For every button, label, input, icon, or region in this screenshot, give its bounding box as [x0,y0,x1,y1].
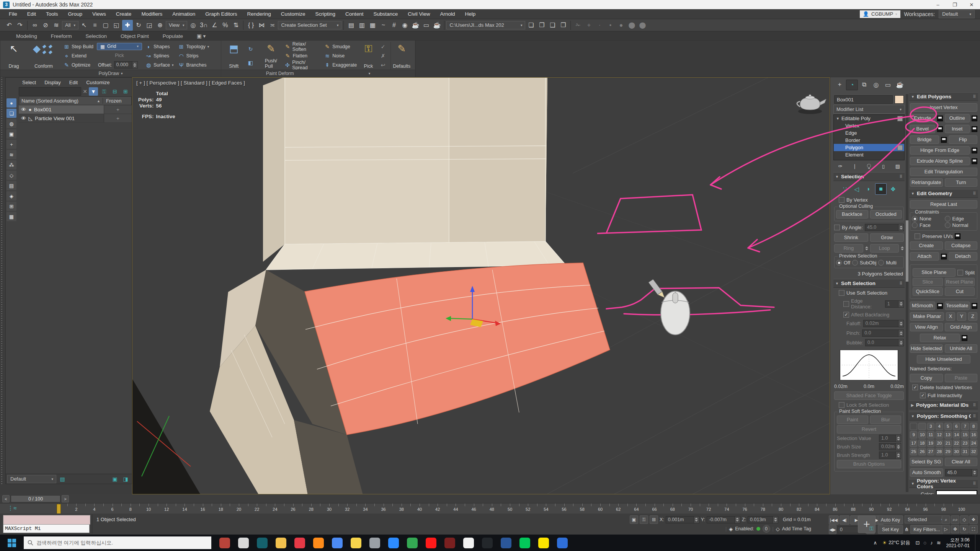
filter-groups-icon[interactable]: ⊞ [7,202,16,211]
smoothing-group-button[interactable]: 4 [936,423,943,430]
taskbar-app-icon[interactable] [369,538,380,548]
view-align-button[interactable]: View Align [910,323,943,331]
backface-button[interactable]: Backface [836,210,868,218]
maximize-button[interactable]: ❐ [946,0,963,9]
smoothing-group-button[interactable]: 30 [953,448,960,455]
smoothing-group-button[interactable]: 5 [944,423,952,430]
taskbar-app-icon[interactable] [219,538,230,548]
pick-deform-button[interactable]: ⚿Pick [360,42,377,70]
expand-tree-icon[interactable]: ⊟ [110,87,119,96]
select-and-rotate-icon[interactable]: ↻ [133,20,144,31]
maxscript-mini-listener-pink[interactable] [3,515,90,525]
viewport-label[interactable]: [ + ] [ Perspective ] [ Standard ] [ Edg… [136,80,245,86]
step-build-button[interactable]: ⊞Step Build [62,42,95,51]
taskbar-app-icon[interactable] [351,538,361,548]
bevel-settings-icon[interactable] [937,126,943,132]
grid-mode-button[interactable]: ▦Grid▾ [97,43,142,50]
offset-spinner[interactable]: 0.000 [114,61,138,68]
frozen-column-header[interactable]: Frozen [103,98,131,104]
search-filter-icon[interactable]: ▼ [89,87,98,96]
smoothing-group-button[interactable]: 29 [944,448,952,455]
motion-tab[interactable]: ◎ [871,80,882,90]
bind-to-space-warp-icon[interactable]: ≋ [51,20,62,31]
filter-xrefs-icon[interactable]: ◈ [7,191,16,201]
zoom-extents-all-icon[interactable]: ❖ [969,515,978,524]
turn-button[interactable]: Turn [945,178,978,187]
toggle-layer-explorer-icon[interactable]: ▥ [356,20,367,31]
render-preset-3-icon[interactable]: ❑ [547,20,558,31]
noise-button[interactable]: ≋Noise [323,52,358,60]
tray-icon[interactable]: ⊡ [916,540,920,546]
constraint-none-radio[interactable] [912,216,918,222]
filter-materials-icon[interactable]: ▦ [7,212,16,221]
bridge-settings-icon[interactable] [941,137,947,143]
field-of-view-icon[interactable]: ▷ [942,525,950,533]
paint-button[interactable]: Paint [837,416,868,424]
previous-key-button[interactable]: ◀| [840,515,849,525]
smoothing-group-button[interactable]: 17 [910,440,917,447]
taskbar-app-icon[interactable] [238,538,249,548]
smoothing-group-button[interactable]: 11 [927,431,934,439]
bubble-spinner[interactable]: 0.0 [865,339,904,346]
material-ids-rollout-header[interactable]: ▶Polygon: Material IDs⠿ [909,401,978,409]
align-icon[interactable]: ≍ [267,20,278,31]
taskbar-app-icon[interactable] [257,538,268,548]
preserve-uvs-checkbox[interactable] [915,233,920,239]
brush-dot-3-icon[interactable]: ● [616,20,626,31]
project-path-dropdown[interactable]: C:\Users\JI...ds Max 202▾ [446,21,525,29]
relax-soften-button[interactable]: ✎Relax/ Soften [284,42,321,51]
attach-button[interactable]: Attach [910,252,939,261]
snap-toggle-3d-icon[interactable]: 3∩ [198,20,209,31]
transform-typein-icon[interactable]: ⊞ [650,515,658,524]
menu-item[interactable]: Customize [276,9,310,19]
conform-relax-icon[interactable]: ◆ [48,49,54,55]
render-production-icon[interactable]: ☕ [431,20,442,31]
ribbon-config-tab[interactable]: ▣ ▾ [190,32,212,40]
smoothing-group-button[interactable]: 22 [953,440,960,447]
hinge-from-edge-button[interactable]: Hinge From Edge [910,146,970,155]
minimize-button[interactable]: – [929,0,946,9]
menu-item[interactable]: Arnold [435,9,460,19]
isolate-selection-icon[interactable]: ▣ [630,515,638,524]
rectangular-selection-region-icon[interactable]: ▢ [100,20,111,31]
drag-button[interactable]: ↖ Drag [3,42,25,70]
angle-snap-icon[interactable]: ∠ [209,20,220,31]
push-pull-button[interactable]: ✎ Push/Pull [261,42,281,70]
panel-scrollbar[interactable] [906,94,908,492]
preview-subobj-radio[interactable] [852,260,858,266]
insert-vertex-button[interactable]: Insert Vertex [910,103,977,112]
flatten-button[interactable]: ✎Flatten [284,52,321,60]
ring-button[interactable]: Ring [834,244,863,253]
object-name-field[interactable]: Box001 [834,95,893,104]
set-keys-button[interactable]: +⚿ [858,515,875,533]
menu-item[interactable]: Help [460,9,481,19]
ribbon-tab[interactable]: Object Paint [114,32,156,40]
bevel-button[interactable]: Bevel [910,125,935,133]
pinch-spinner[interactable]: 0.0 [862,329,904,337]
edit-geometry-rollout-header[interactable]: ▼Edit Geometry⠿ [909,189,978,198]
visibility-eye-icon[interactable]: 👁 [21,107,26,112]
full-interactivity-checkbox[interactable]: ✓ [920,393,926,398]
zoom-extents-icon[interactable]: ◇ [960,515,969,524]
reset-plane-button[interactable]: Reset Plane [945,278,975,286]
smoothing-group-button[interactable]: 26 [918,448,926,455]
display-tab[interactable]: ▭ [882,80,893,90]
next-frame-button[interactable]: > [62,495,69,502]
brush-dot-4-icon[interactable]: ⬤ [626,20,637,31]
zoom-icon[interactable]: ⌕ [942,515,950,524]
lock-explorer-icon[interactable]: ⚿ [100,87,109,96]
split-checkbox[interactable] [957,270,963,276]
element-mode-icon[interactable]: ❖ [888,184,898,194]
shaded-face-toggle-button[interactable]: Shaded Face Toggle [834,391,904,400]
taskbar-app-icon[interactable] [276,538,286,548]
delete-isolated-vertices-checkbox[interactable]: ✓ [912,385,918,390]
taskbar-app-icon[interactable] [519,538,530,548]
edge-distance-checkbox[interactable] [843,301,849,307]
render-preset-2-icon[interactable]: ❐ [536,20,547,31]
pan-hand-icon[interactable]: ✥ [951,525,959,533]
explorer-dock-icon[interactable]: ▣ [110,475,119,483]
smoothing-group-button[interactable]: 9 [910,431,917,439]
ribbon-tab[interactable]: Freeform [44,32,79,40]
render-preset-1-icon[interactable]: ❏ [526,20,536,31]
create-button[interactable]: Create [910,241,943,250]
